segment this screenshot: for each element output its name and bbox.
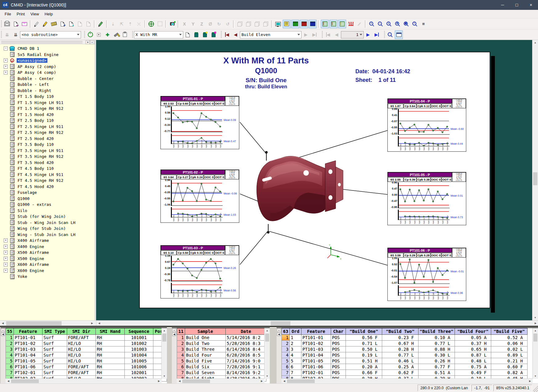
- tree-item-wing-stub-join-scan-lh[interactable]: Wing - Stub Join Scan LH: [0, 232, 95, 238]
- annotate-icon[interactable]: [33, 20, 41, 28]
- column-header[interactable]: Sequence: [124, 328, 153, 335]
- table-vscrollbar[interactable]: ▲ ▼: [161, 328, 167, 379]
- tree-item-fuselage[interactable]: Fuselage: [0, 190, 95, 196]
- expand-toggle[interactable]: −: [4, 46, 8, 50]
- scroll-down-icon[interactable]: ▼: [265, 374, 270, 379]
- chart-panel-PT101-06[interactable]: PT101-06 - P X 2441.00Y 700.00Z 741.00To…: [387, 248, 466, 301]
- zoom-help-icon[interactable]: ?: [411, 20, 419, 28]
- chart-panel-PT101-01[interactable]: PT101-01 - P X 2131.00Y 700.00Z 741.00To…: [160, 96, 239, 149]
- detach-pane-icon[interactable]: ◀: [1, 332, 5, 336]
- close-pane-icon[interactable]: ×: [277, 328, 281, 332]
- table-row[interactable]: 4PT101-04SurfHI/LORH101004: [6, 352, 167, 358]
- vscroll-thumb[interactable]: [162, 334, 166, 342]
- table-row[interactable]: 66PT101-06POS0.20 A0.25 A0.77 F0.75 A0.6…: [282, 364, 528, 370]
- datapage-list-icon[interactable]: [283, 20, 291, 28]
- menu-item-file[interactable]: File: [2, 11, 14, 17]
- table-row[interactable]: 6PT101-06SurfFORE/AFTRH101006: [6, 364, 167, 370]
- menu-item-view[interactable]: View: [28, 11, 42, 17]
- table-row[interactable]: 22PT101-02POS0.71 L0.67 H0.77 L0.37 H0.0…: [282, 341, 528, 346]
- tree-item-q1000[interactable]: ✓Q1000: [0, 196, 95, 202]
- tree-item-x600-airframe[interactable]: +X600 Airframe: [0, 262, 95, 268]
- chart-panel-PT101-02[interactable]: PT101-02 - P X 2160.00Y 700.00Z 741.50To…: [160, 170, 239, 223]
- hscroll-thumb[interactable]: [11, 379, 39, 383]
- tree-close-icon[interactable]: ×: [90, 40, 94, 44]
- column-header[interactable]: Feature: [14, 328, 42, 335]
- tree-item-q1000-extras[interactable]: Q1000 - extras: [0, 202, 95, 208]
- tolerance-list-icon-3[interactable]: [338, 20, 346, 28]
- vscroll-thumb[interactable]: [533, 172, 537, 185]
- hscroll-thumb[interactable]: [287, 379, 315, 383]
- table-vscrollbar[interactable]: ▲ ▼: [532, 328, 538, 379]
- table-vscrollbar[interactable]: ▲ ▼: [264, 328, 270, 379]
- power-connect-icon[interactable]: [86, 30, 94, 39]
- scroll-left-icon[interactable]: ◀: [6, 379, 11, 384]
- chart-panel-PT101-03[interactable]: PT101-03 - P X 2190.64Y 700.00Z 736.37To…: [160, 245, 239, 298]
- zoom-tool-icon[interactable]: ·: [386, 30, 394, 39]
- scroll-up-icon[interactable]: ▲: [533, 328, 538, 333]
- canvas-vscrollbar[interactable]: ▲ ▼: [532, 40, 538, 320]
- tree-item-ft-2-5-hood-420[interactable]: FT 2.5 Hood 420: [0, 136, 95, 142]
- hscroll-thumb[interactable]: [6, 321, 62, 326]
- print-preview-button[interactable]: ↩: [12, 20, 20, 28]
- tree-item-ft-2-5-body-110[interactable]: FT 2.5 Body 110: [0, 118, 95, 124]
- scroll-left-icon[interactable]: ◀: [0, 321, 6, 326]
- table-row[interactable]: 5PT101-05SurfHI/LORH101005: [6, 358, 167, 364]
- menu-item-help[interactable]: Help: [42, 11, 56, 17]
- tree-item-bubble-right[interactable]: Bubble - Right: [0, 88, 95, 94]
- expand-toggle[interactable]: +: [4, 269, 8, 273]
- scroll-up-icon[interactable]: ▲: [162, 328, 167, 333]
- table-row[interactable]: 2PT101-02SurfHI/LORH101002: [6, 341, 167, 346]
- tree-item-stub-wing-join-scan-lh[interactable]: Stub - Wing Join Scan LH: [0, 220, 95, 226]
- histogram-comb-icon[interactable]: [347, 20, 355, 28]
- tree-root-database[interactable]: −CM4D DB 1: [0, 46, 95, 52]
- tree-item-ft-1-5-hood-420[interactable]: FT 1.5 Hood 420: [0, 112, 95, 118]
- equals-icon[interactable]: =: [419, 20, 427, 28]
- trash-yellow-icon[interactable]: [201, 30, 209, 39]
- tree-item-ap-assy-2-comp[interactable]: +AP Assy (2 comp): [0, 64, 95, 70]
- column-header[interactable]: Char: [331, 328, 346, 335]
- tree-item-ft-2-5-hinge-rh-912[interactable]: FT 2.5 Hinge RH 912: [0, 130, 95, 136]
- expand-toggle[interactable]: +: [4, 58, 8, 62]
- print-button[interactable]: [3, 20, 11, 28]
- table-hscrollbar[interactable]: ◀ ▶: [177, 378, 265, 384]
- build-combo[interactable]: Build Eleven: [240, 31, 301, 38]
- close-icon[interactable]: ×: [524, 0, 538, 10]
- column-header[interactable]: "Build Two": [382, 328, 419, 335]
- expand-toggle[interactable]: +: [4, 70, 8, 74]
- tree-item-bubble-center[interactable]: Bubble - Center: [0, 76, 95, 82]
- tree-item-5x5-radial-engine[interactable]: 5x5 Radial Engine: [0, 52, 95, 58]
- minimize-icon[interactable]: ─: [496, 0, 510, 10]
- tree-item-ft-4-5-hinge-lh-911[interactable]: FT 4.5 Hinge LH 911: [0, 172, 95, 178]
- table-row[interactable]: 33PT101-03POS0.50 L0.28 H0.88 H0.65 H0.0…: [282, 346, 528, 352]
- trash-magenta-icon[interactable]: [209, 30, 217, 39]
- tree-item-x600-engine[interactable]: +X600 Engine: [0, 268, 95, 274]
- tree-item-x500-engine[interactable]: +X500 Engine: [0, 256, 95, 262]
- expand-toggle[interactable]: +: [4, 238, 8, 242]
- snapshot-camera-icon[interactable]: [168, 20, 176, 28]
- menu-item-print[interactable]: Print: [14, 11, 28, 17]
- page-spinner[interactable]: 1: [341, 31, 364, 38]
- tree-item-ft-3-5-hood-420[interactable]: FT 3.5 Hood 420: [0, 160, 95, 166]
- page-next-button[interactable]: ▶: [364, 30, 372, 39]
- table-row[interactable]: 7PT102-01SurfFORE/AFTRH102001: [6, 370, 167, 376]
- scroll-right-icon[interactable]: ▶: [259, 379, 265, 384]
- table-row[interactable]: 55PT101-05POS0.51 H0.46 L0.26 H0.48 L0.2…: [282, 358, 528, 364]
- filter-icon-2[interactable]: ⇊: [12, 30, 20, 39]
- build-tool-icon[interactable]: [112, 30, 120, 39]
- new-page-icon[interactable]: [184, 30, 192, 39]
- resize-grip[interactable]: [533, 384, 538, 392]
- detach-pane-icon[interactable]: ◀: [277, 332, 281, 336]
- table-hscrollbar[interactable]: ◀ ▶: [281, 378, 533, 384]
- tree-item-ft-3-5-body-110[interactable]: FT 3.5 Body 110: [0, 142, 95, 148]
- column-header[interactable]: Feature: [301, 328, 331, 335]
- detach-pane-icon[interactable]: ◀: [172, 332, 176, 336]
- datapage-grid-red-icon[interactable]: [300, 20, 308, 28]
- tree-item-x500-airframe[interactable]: +X500 Airframe: [0, 250, 95, 256]
- column-header[interactable]: "Build One": [346, 328, 382, 335]
- expand-toggle[interactable]: +: [4, 65, 8, 69]
- clipboard-icon[interactable]: [121, 30, 129, 39]
- canvas-hscrollbar[interactable]: ◀ ▶: [96, 321, 538, 326]
- tolerance-list-icon-1[interactable]: [321, 20, 329, 28]
- tree-item-yoke[interactable]: Yoke: [0, 274, 95, 280]
- scroll-right-icon[interactable]: ▶: [89, 321, 95, 326]
